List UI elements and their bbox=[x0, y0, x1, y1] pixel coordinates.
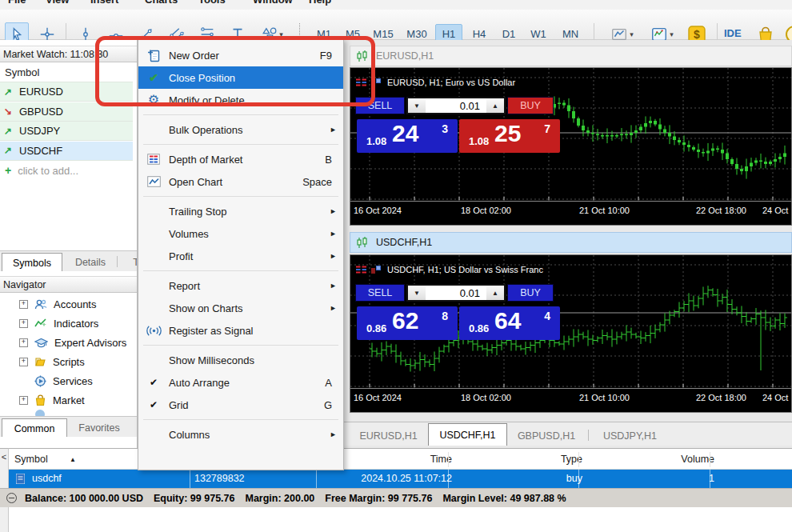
buy-price-panel-usdchf[interactable]: 0.86644 bbox=[459, 306, 560, 340]
menu-item-register-as-signal[interactable]: Register as Signal bbox=[138, 319, 343, 342]
market-watch-title: Market Watch: 11:08:30 bbox=[3, 49, 108, 60]
menu-file[interactable]: File bbox=[8, 0, 26, 6]
submenu-arrow-icon: ► bbox=[330, 430, 337, 438]
menu-separator bbox=[138, 416, 343, 423]
status-segment: Margin Level: 49 987.88 % bbox=[442, 493, 566, 504]
menu-item-label: Auto Arrange bbox=[169, 377, 230, 389]
buy-button-usdchf[interactable]: BUY bbox=[507, 284, 554, 302]
tab-common[interactable]: Common bbox=[2, 418, 67, 437]
menu-item-auto-arrange[interactable]: ✔Auto ArrangeA bbox=[138, 371, 343, 394]
sell-price-panel-usdchf[interactable]: 0.86628 bbox=[357, 306, 458, 340]
market-watch-row-eurusd[interactable]: ↗EURUSD bbox=[0, 82, 133, 102]
menu-item-label: Volumes bbox=[169, 228, 209, 240]
ide-button[interactable]: IDE bbox=[724, 27, 742, 39]
menu-item-close-position[interactable]: ✔Close Position bbox=[138, 66, 343, 89]
tab-favorites[interactable]: Favorites bbox=[70, 418, 128, 437]
account-status-bar: Balance: 100 000.00 USDEquity: 99 975.76… bbox=[0, 488, 792, 507]
navigator-item-accounts[interactable]: +Accounts bbox=[0, 294, 137, 314]
price-point: 7 bbox=[544, 122, 550, 135]
menu-item-label: Close Position bbox=[169, 72, 235, 84]
chart-window-title-eurusd[interactable]: EURUSD,H1 bbox=[350, 46, 792, 66]
menu-tools[interactable]: Tools bbox=[198, 0, 226, 6]
menu-window[interactable]: Window bbox=[253, 0, 293, 6]
market-watch-column-header[interactable]: Symbol bbox=[0, 63, 133, 82]
tab-details[interactable]: Details bbox=[67, 253, 114, 271]
volume-decrease-button[interactable]: ▼ bbox=[408, 286, 426, 300]
chart-canvas-eurusd[interactable]: 16 Oct 202418 Oct 02:0021 Oct 10:0022 Oc… bbox=[350, 67, 792, 226]
volume-input[interactable]: 0.01 bbox=[426, 286, 486, 300]
chart-window-title-usdchf[interactable]: USDCHF,H1 bbox=[350, 232, 792, 253]
sell-price-panel-eurusd[interactable]: 1.08243 bbox=[357, 119, 458, 153]
menu-item-bulk-operations[interactable]: Bulk Operations► bbox=[138, 118, 343, 141]
market-watch-row-usdjpy[interactable]: ↗USDJPY bbox=[0, 122, 133, 141]
chart-tab-usdjpy-h1[interactable]: USDJPY,H1 bbox=[592, 425, 668, 446]
candles-icon bbox=[355, 50, 370, 62]
navigator-item-market[interactable]: +Market bbox=[0, 390, 137, 410]
click-to-add-row[interactable]: +click to add... bbox=[0, 161, 133, 180]
expand-icon[interactable]: + bbox=[19, 396, 28, 405]
chart-canvas-usdchf[interactable]: 16 Oct 202418 Oct 02:0021 Oct 10:0022 Oc… bbox=[350, 254, 792, 413]
navigator-item-scripts[interactable]: +Scripts bbox=[0, 352, 137, 371]
time-axis-label: 18 Oct 02:00 bbox=[461, 393, 511, 402]
menu-shortcut: B bbox=[325, 154, 332, 166]
chart-tab-usdchf-h1[interactable]: USDCHF,H1 bbox=[428, 423, 507, 446]
tab-divider bbox=[117, 256, 118, 267]
column-divider bbox=[448, 452, 449, 467]
chart-tab-gbpusd-h1[interactable]: GBPUSD,H1 bbox=[508, 425, 585, 446]
expand-icon[interactable]: + bbox=[19, 358, 28, 366]
buy-button-eurusd[interactable]: BUY bbox=[507, 97, 554, 114]
up-arrow-icon: ↗ bbox=[0, 145, 16, 156]
volume-increase-button[interactable]: ▲ bbox=[486, 98, 504, 113]
menu-item-modify-or-delete[interactable]: ⚙Modify or Delete bbox=[138, 89, 343, 111]
price-prefix: 0.86 bbox=[469, 322, 489, 334]
market-watch-row-usdchf[interactable]: ↗USDCHF bbox=[0, 142, 133, 161]
chart-mini-icon bbox=[370, 265, 382, 274]
menu-help[interactable]: Help bbox=[309, 0, 331, 6]
menu-item-show-on-charts[interactable]: Show on Charts► bbox=[138, 297, 343, 319]
menu-item-columns[interactable]: Columns► bbox=[138, 423, 343, 446]
tab-symbols[interactable]: Symbols bbox=[2, 253, 62, 271]
menu-item-open-chart[interactable]: Open ChartSpace bbox=[138, 170, 343, 193]
menu-item-depth-of-market[interactable]: Depth of MarketB bbox=[138, 148, 343, 170]
sell-button-eurusd[interactable]: SELL bbox=[355, 97, 405, 114]
accounts-icon bbox=[34, 298, 47, 310]
status-segment: Margin: 200.00 bbox=[245, 493, 314, 504]
collapse-chevron[interactable]: < bbox=[0, 452, 8, 462]
menu-separator bbox=[138, 342, 343, 349]
menu-item-show-milliseconds[interactable]: Show Milliseconds bbox=[138, 349, 343, 371]
volume-decrease-button[interactable]: ▼ bbox=[408, 98, 426, 113]
market-watch-row-gbpusd[interactable]: ↘GBPUSD bbox=[0, 102, 133, 122]
menu-view[interactable]: View bbox=[46, 0, 69, 6]
submenu-arrow-icon: ► bbox=[330, 252, 337, 260]
menu-item-trailing-stop[interactable]: Trailing Stop► bbox=[138, 200, 343, 222]
menu-item-report[interactable]: Report► bbox=[138, 274, 343, 297]
cell-symbol: usdchf bbox=[32, 473, 62, 484]
sort-ascending-icon: ▲ bbox=[70, 456, 76, 463]
expand-icon[interactable]: + bbox=[19, 338, 28, 347]
menu-item-new-order[interactable]: New OrderF9 bbox=[138, 44, 343, 66]
expand-icon[interactable]: + bbox=[19, 300, 28, 309]
expand-icon[interactable]: + bbox=[19, 319, 28, 328]
tab-tr[interactable]: Tr bbox=[122, 253, 137, 271]
menu-charts[interactable]: Charts bbox=[145, 0, 178, 6]
price-prefix: 0.86 bbox=[366, 322, 386, 334]
symbol-name: USDCHF bbox=[19, 145, 62, 157]
menu-item-grid[interactable]: ✔GridG bbox=[138, 394, 343, 416]
navigator-item-expert-advisors[interactable]: +Expert Advisors bbox=[0, 333, 137, 352]
menu-item-volumes[interactable]: Volumes► bbox=[138, 222, 343, 245]
sell-button-usdchf[interactable]: SELL bbox=[355, 284, 405, 302]
volume-increase-button[interactable]: ▲ bbox=[486, 286, 504, 300]
trade-row-selected[interactable]: usdchf1327898322024.10.25 11:07:12buy1 bbox=[9, 470, 792, 488]
minus-circle-icon[interactable] bbox=[6, 493, 17, 503]
navigator-item-indicators[interactable]: +Indicators bbox=[0, 314, 137, 333]
menu-insert[interactable]: Insert bbox=[90, 0, 118, 6]
volume-input[interactable]: 0.01 bbox=[426, 98, 486, 113]
buy-price-panel-eurusd[interactable]: 1.08257 bbox=[459, 119, 560, 153]
price-digits: 64 bbox=[494, 309, 521, 333]
menu-item-profit[interactable]: Profit► bbox=[138, 245, 343, 267]
column-header-symbol[interactable]: Symbol bbox=[14, 454, 48, 465]
time-axis-label: 21 Oct 10:00 bbox=[579, 393, 630, 402]
chart-tab-eurusd-h1[interactable]: EURUSD,H1 bbox=[350, 425, 427, 446]
depth-of-market-icon bbox=[145, 154, 162, 165]
navigator-item-services[interactable]: Services bbox=[0, 371, 137, 390]
